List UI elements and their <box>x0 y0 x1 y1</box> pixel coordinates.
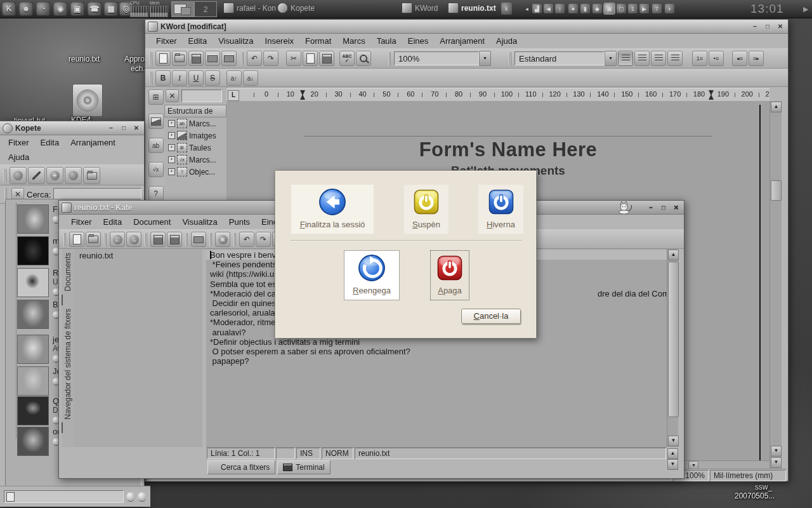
zoom-dropdown-icon[interactable] <box>479 51 491 66</box>
desktop-icon-label-appro-1[interactable]: Appro <box>124 55 145 64</box>
contact-list-item[interactable]: je Aw <box>17 335 63 364</box>
scroll-page-down-icon[interactable]: ▼ <box>667 459 678 470</box>
contact-list-item[interactable]: Be <box>17 300 63 329</box>
kopete-menu-edita[interactable]: Edita <box>35 135 65 150</box>
contact-status-icon[interactable] <box>10 167 27 184</box>
tray-collapse-arrow-icon[interactable] <box>522 4 532 13</box>
edit-status-message-icon[interactable] <box>28 167 45 184</box>
kword-vertical-scrollbar[interactable]: ▲ ▼ ▼ <box>769 101 782 469</box>
kword-titlebar[interactable]: KWord [modificat] <box>145 20 788 34</box>
shutdown-option-button[interactable]: Apaga <box>430 250 469 300</box>
tree-expander-icon[interactable] <box>168 132 175 139</box>
sort-ascending-icon[interactable] <box>226 70 242 86</box>
kopete-close-button[interactable] <box>131 124 141 133</box>
print-icon[interactable] <box>191 232 206 247</box>
frame-clear-icon[interactable] <box>166 90 179 102</box>
cut-icon[interactable] <box>286 51 301 66</box>
kate-vertical-scrollbar[interactable]: ▲ ▼ <box>667 249 678 447</box>
zoom-combobox[interactable]: 100% <box>394 51 491 66</box>
structure-item-objects[interactable]: Objec... <box>164 166 226 178</box>
toolbar-handle[interactable] <box>63 233 66 246</box>
restart-option-button[interactable]: Reengega <box>344 250 400 300</box>
scroll-down-icon[interactable]: ▼ <box>771 457 782 468</box>
kword-close-button[interactable] <box>775 22 785 31</box>
scroll-page-up-icon[interactable]: ▲ <box>667 448 678 459</box>
desktop-share-tray-icon[interactable] <box>605 4 614 13</box>
desktop-icon-label-reunio[interactable]: reunio.txt <box>69 55 100 64</box>
kword-menu-fitxer[interactable]: Fitxer <box>150 34 183 48</box>
terminal-launcher-icon[interactable] <box>70 2 84 16</box>
toolbar-handle[interactable] <box>509 52 511 65</box>
pin-tray-icon[interactable] <box>593 4 602 13</box>
desktop-icon-label-ssw-2[interactable]: 20070505... <box>735 491 775 500</box>
add-contact-icon[interactable]: + <box>46 167 63 184</box>
workspace-tray-icon[interactable]: 1 <box>628 4 638 13</box>
zoom-search-icon[interactable] <box>356 51 371 66</box>
desktop-icon-label-ssw-1[interactable]: ssw_ <box>755 483 772 491</box>
tab-filesystem-browser[interactable]: Navegador del sistema de fitxers <box>63 309 72 420</box>
monitor-tray-icon[interactable] <box>617 4 626 13</box>
mug-tray-icon[interactable] <box>580 4 590 13</box>
save-as-icon[interactable] <box>167 232 182 247</box>
seven-tray-icon[interactable]: 7 <box>652 4 662 13</box>
kate-menu-fitxer[interactable]: Fitxer <box>65 215 98 229</box>
forward-icon[interactable]: → <box>126 232 141 247</box>
redo-icon[interactable] <box>263 51 278 66</box>
tab-selector-icon[interactable] <box>228 90 239 101</box>
lock-tray-icon[interactable] <box>568 4 578 13</box>
kopete-menu-ajuda[interactable]: Ajuda <box>3 150 35 164</box>
scroll-up-icon[interactable]: ▲ <box>771 102 782 112</box>
kopete-menu-fitxer[interactable]: Fitxer <box>3 135 35 150</box>
style-dropdown-icon[interactable] <box>605 51 617 66</box>
kword-menu-ajuda[interactable]: Ajuda <box>490 34 523 48</box>
document-list-item[interactable]: reunio.txt <box>74 249 202 262</box>
insert-text-frame-icon[interactable] <box>148 138 164 153</box>
horizontal-ruler[interactable]: 0 10 20 30 40 50 60 70 80 90 100 110 120… <box>226 88 769 102</box>
structure-item-formula-frames[interactable]: Marcs... <box>164 154 226 166</box>
print-preview-icon[interactable] <box>221 51 237 66</box>
kword-menu-arranjament[interactable]: Arranjament <box>434 34 490 48</box>
logout-option-button[interactable]: Finalitza la sessió <box>291 185 374 234</box>
redo-icon[interactable] <box>256 232 271 247</box>
kword-horizontal-scrollbar[interactable] <box>677 460 769 469</box>
zoom-value[interactable]: 100% <box>394 51 479 65</box>
status-units[interactable]: Mil·límetres (mm) <box>710 470 786 481</box>
increase-indent-icon[interactable] <box>749 51 764 66</box>
phone-launcher-icon[interactable] <box>88 2 102 16</box>
structure-item-pictures[interactable]: Imatges <box>164 130 226 142</box>
user-launcher-icon[interactable] <box>19 2 33 16</box>
kopete-minimize-button[interactable] <box>106 124 116 133</box>
kword-menu-taula[interactable]: Taula <box>371 34 402 48</box>
kate-minimize-button[interactable] <box>646 203 656 212</box>
style-combobox[interactable]: Estàndard <box>514 51 617 66</box>
undo-icon[interactable] <box>239 232 254 247</box>
strikethrough-button[interactable]: S <box>205 70 220 86</box>
panel-hide-arrow-icon[interactable]: ▶ <box>803 5 808 13</box>
taskbar-item-kopete[interactable]: Kopete <box>277 3 315 13</box>
underline-button[interactable]: U <box>188 70 204 86</box>
contact-list-item[interactable]: or <box>17 427 60 456</box>
kopete-titlebar[interactable]: Kopete <box>0 121 144 135</box>
pager-desktop-2[interactable]: 2 <box>194 1 217 17</box>
toolbar-handle[interactable] <box>150 52 152 65</box>
scrollbar-thumb[interactable] <box>771 180 782 201</box>
toolbar-handle[interactable] <box>241 52 244 65</box>
numbered-list-icon[interactable] <box>692 51 707 66</box>
contact-list-item[interactable]: Qu Din <box>17 396 64 425</box>
kword-maximize-button[interactable] <box>763 22 773 31</box>
kword-menu-insereix[interactable]: Insereix <box>259 34 300 48</box>
kate-menu-visualitza[interactable]: Visualitza <box>176 215 223 229</box>
kword-menu-visualitza[interactable]: Visualitza <box>213 34 259 48</box>
volume-tray-icon[interactable] <box>544 4 553 13</box>
align-center-icon[interactable] <box>634 51 650 66</box>
italic-button[interactable]: I <box>172 70 187 86</box>
align-right-icon[interactable] <box>651 51 666 66</box>
kword-menu-format[interactable]: Format <box>299 34 337 48</box>
status-insert-mode[interactable]: INS <box>296 448 320 459</box>
bullet-list-icon[interactable] <box>709 51 724 66</box>
new-document-icon[interactable] <box>69 232 84 247</box>
save-icon[interactable] <box>188 51 204 66</box>
contact-list-item[interactable]: Fr <box>17 204 60 234</box>
contact-list-item[interactable]: m <box>17 236 60 265</box>
kate-menu-punts[interactable]: Punts <box>223 215 256 229</box>
